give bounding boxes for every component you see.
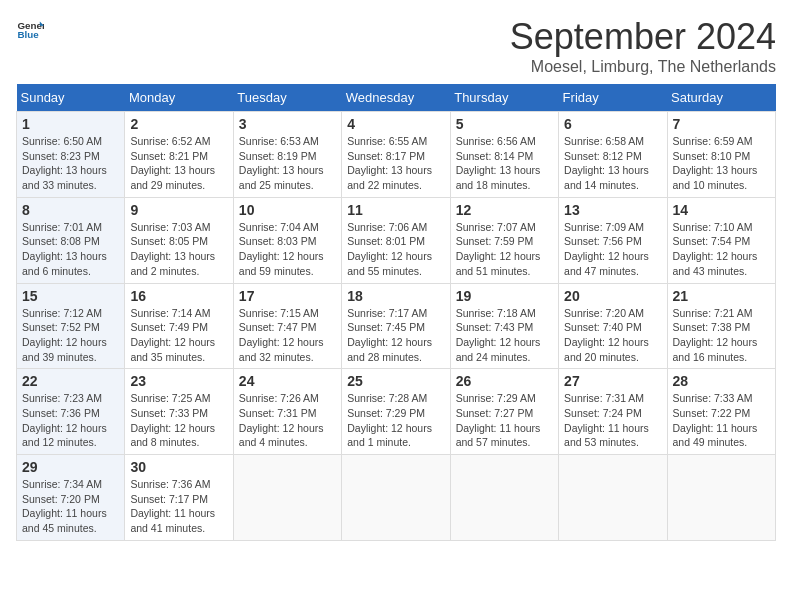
day-info: Sunrise: 7:07 AM Sunset: 7:59 PM Dayligh… [456, 220, 553, 279]
calendar-cell: 15 Sunrise: 7:12 AM Sunset: 7:52 PM Dayl… [17, 283, 125, 369]
day-number: 9 [130, 202, 227, 218]
day-info: Sunrise: 7:03 AM Sunset: 8:05 PM Dayligh… [130, 220, 227, 279]
calendar-cell: 7 Sunrise: 6:59 AM Sunset: 8:10 PM Dayli… [667, 112, 775, 198]
header-thursday: Thursday [450, 84, 558, 112]
calendar-cell: 16 Sunrise: 7:14 AM Sunset: 7:49 PM Dayl… [125, 283, 233, 369]
day-info: Sunrise: 7:34 AM Sunset: 7:20 PM Dayligh… [22, 477, 119, 536]
calendar-cell: 4 Sunrise: 6:55 AM Sunset: 8:17 PM Dayli… [342, 112, 450, 198]
day-info: Sunrise: 6:56 AM Sunset: 8:14 PM Dayligh… [456, 134, 553, 193]
day-info: Sunrise: 7:14 AM Sunset: 7:49 PM Dayligh… [130, 306, 227, 365]
day-number: 28 [673, 373, 770, 389]
calendar-cell [233, 455, 341, 541]
calendar-cell: 23 Sunrise: 7:25 AM Sunset: 7:33 PM Dayl… [125, 369, 233, 455]
day-info: Sunrise: 7:09 AM Sunset: 7:56 PM Dayligh… [564, 220, 661, 279]
day-number: 29 [22, 459, 119, 475]
day-info: Sunrise: 6:58 AM Sunset: 8:12 PM Dayligh… [564, 134, 661, 193]
day-number: 21 [673, 288, 770, 304]
day-info: Sunrise: 6:53 AM Sunset: 8:19 PM Dayligh… [239, 134, 336, 193]
day-number: 25 [347, 373, 444, 389]
calendar-cell: 9 Sunrise: 7:03 AM Sunset: 8:05 PM Dayli… [125, 197, 233, 283]
day-info: Sunrise: 7:21 AM Sunset: 7:38 PM Dayligh… [673, 306, 770, 365]
day-info: Sunrise: 6:55 AM Sunset: 8:17 PM Dayligh… [347, 134, 444, 193]
logo-icon: General Blue [16, 16, 44, 44]
calendar-cell: 22 Sunrise: 7:23 AM Sunset: 7:36 PM Dayl… [17, 369, 125, 455]
day-number: 14 [673, 202, 770, 218]
day-info: Sunrise: 6:59 AM Sunset: 8:10 PM Dayligh… [673, 134, 770, 193]
calendar-row: 29 Sunrise: 7:34 AM Sunset: 7:20 PM Dayl… [17, 455, 776, 541]
day-number: 22 [22, 373, 119, 389]
day-info: Sunrise: 7:17 AM Sunset: 7:45 PM Dayligh… [347, 306, 444, 365]
day-info: Sunrise: 7:36 AM Sunset: 7:17 PM Dayligh… [130, 477, 227, 536]
page-header: General Blue September 2024 Moesel, Limb… [16, 16, 776, 76]
day-info: Sunrise: 7:28 AM Sunset: 7:29 PM Dayligh… [347, 391, 444, 450]
calendar-cell: 18 Sunrise: 7:17 AM Sunset: 7:45 PM Dayl… [342, 283, 450, 369]
day-number: 5 [456, 116, 553, 132]
day-number: 2 [130, 116, 227, 132]
day-info: Sunrise: 7:04 AM Sunset: 8:03 PM Dayligh… [239, 220, 336, 279]
calendar-table: Sunday Monday Tuesday Wednesday Thursday… [16, 84, 776, 541]
day-info: Sunrise: 7:06 AM Sunset: 8:01 PM Dayligh… [347, 220, 444, 279]
day-info: Sunrise: 6:52 AM Sunset: 8:21 PM Dayligh… [130, 134, 227, 193]
calendar-cell: 30 Sunrise: 7:36 AM Sunset: 7:17 PM Dayl… [125, 455, 233, 541]
day-info: Sunrise: 7:20 AM Sunset: 7:40 PM Dayligh… [564, 306, 661, 365]
day-number: 4 [347, 116, 444, 132]
day-number: 1 [22, 116, 119, 132]
day-number: 11 [347, 202, 444, 218]
calendar-cell: 20 Sunrise: 7:20 AM Sunset: 7:40 PM Dayl… [559, 283, 667, 369]
calendar-cell: 10 Sunrise: 7:04 AM Sunset: 8:03 PM Dayl… [233, 197, 341, 283]
day-number: 30 [130, 459, 227, 475]
day-number: 10 [239, 202, 336, 218]
day-number: 26 [456, 373, 553, 389]
logo: General Blue [16, 16, 44, 44]
title-section: September 2024 Moesel, Limburg, The Neth… [510, 16, 776, 76]
header-sunday: Sunday [17, 84, 125, 112]
day-info: Sunrise: 7:10 AM Sunset: 7:54 PM Dayligh… [673, 220, 770, 279]
calendar-cell: 26 Sunrise: 7:29 AM Sunset: 7:27 PM Dayl… [450, 369, 558, 455]
calendar-cell: 3 Sunrise: 6:53 AM Sunset: 8:19 PM Dayli… [233, 112, 341, 198]
day-number: 15 [22, 288, 119, 304]
day-number: 12 [456, 202, 553, 218]
day-number: 16 [130, 288, 227, 304]
day-number: 18 [347, 288, 444, 304]
calendar-cell: 5 Sunrise: 6:56 AM Sunset: 8:14 PM Dayli… [450, 112, 558, 198]
calendar-cell: 27 Sunrise: 7:31 AM Sunset: 7:24 PM Dayl… [559, 369, 667, 455]
calendar-cell: 2 Sunrise: 6:52 AM Sunset: 8:21 PM Dayli… [125, 112, 233, 198]
calendar-cell: 25 Sunrise: 7:28 AM Sunset: 7:29 PM Dayl… [342, 369, 450, 455]
day-info: Sunrise: 7:29 AM Sunset: 7:27 PM Dayligh… [456, 391, 553, 450]
location-title: Moesel, Limburg, The Netherlands [510, 58, 776, 76]
day-info: Sunrise: 7:18 AM Sunset: 7:43 PM Dayligh… [456, 306, 553, 365]
header-saturday: Saturday [667, 84, 775, 112]
day-number: 24 [239, 373, 336, 389]
header-monday: Monday [125, 84, 233, 112]
header-tuesday: Tuesday [233, 84, 341, 112]
calendar-cell: 14 Sunrise: 7:10 AM Sunset: 7:54 PM Dayl… [667, 197, 775, 283]
calendar-cell: 29 Sunrise: 7:34 AM Sunset: 7:20 PM Dayl… [17, 455, 125, 541]
month-title: September 2024 [510, 16, 776, 58]
calendar-row: 8 Sunrise: 7:01 AM Sunset: 8:08 PM Dayli… [17, 197, 776, 283]
svg-text:Blue: Blue [17, 29, 39, 40]
calendar-cell: 28 Sunrise: 7:33 AM Sunset: 7:22 PM Dayl… [667, 369, 775, 455]
calendar-cell: 19 Sunrise: 7:18 AM Sunset: 7:43 PM Dayl… [450, 283, 558, 369]
day-number: 7 [673, 116, 770, 132]
calendar-cell [559, 455, 667, 541]
day-number: 13 [564, 202, 661, 218]
day-info: Sunrise: 6:50 AM Sunset: 8:23 PM Dayligh… [22, 134, 119, 193]
day-number: 19 [456, 288, 553, 304]
calendar-cell: 21 Sunrise: 7:21 AM Sunset: 7:38 PM Dayl… [667, 283, 775, 369]
day-info: Sunrise: 7:23 AM Sunset: 7:36 PM Dayligh… [22, 391, 119, 450]
day-info: Sunrise: 7:25 AM Sunset: 7:33 PM Dayligh… [130, 391, 227, 450]
day-info: Sunrise: 7:33 AM Sunset: 7:22 PM Dayligh… [673, 391, 770, 450]
calendar-cell: 11 Sunrise: 7:06 AM Sunset: 8:01 PM Dayl… [342, 197, 450, 283]
day-info: Sunrise: 7:15 AM Sunset: 7:47 PM Dayligh… [239, 306, 336, 365]
day-info: Sunrise: 7:31 AM Sunset: 7:24 PM Dayligh… [564, 391, 661, 450]
calendar-cell: 13 Sunrise: 7:09 AM Sunset: 7:56 PM Dayl… [559, 197, 667, 283]
calendar-cell: 17 Sunrise: 7:15 AM Sunset: 7:47 PM Dayl… [233, 283, 341, 369]
calendar-cell [342, 455, 450, 541]
day-number: 3 [239, 116, 336, 132]
calendar-cell: 8 Sunrise: 7:01 AM Sunset: 8:08 PM Dayli… [17, 197, 125, 283]
calendar-row: 22 Sunrise: 7:23 AM Sunset: 7:36 PM Dayl… [17, 369, 776, 455]
calendar-row: 15 Sunrise: 7:12 AM Sunset: 7:52 PM Dayl… [17, 283, 776, 369]
calendar-cell [450, 455, 558, 541]
day-number: 17 [239, 288, 336, 304]
calendar-cell: 12 Sunrise: 7:07 AM Sunset: 7:59 PM Dayl… [450, 197, 558, 283]
